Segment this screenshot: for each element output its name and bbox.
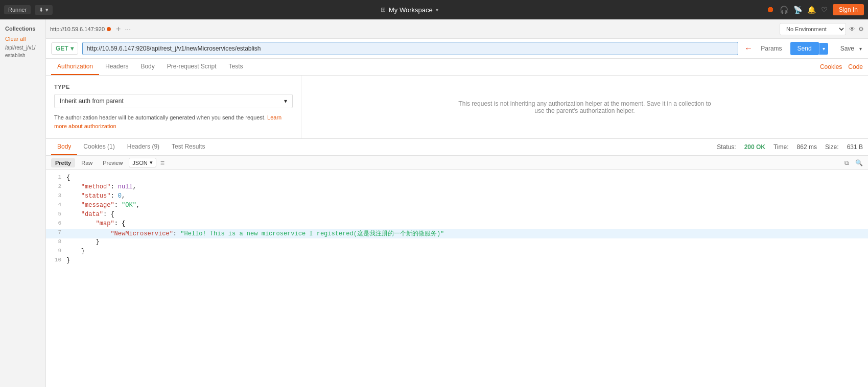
resp-tab-test-results[interactable]: Test Results xyxy=(166,139,211,155)
sidebar-path2: establish xyxy=(0,52,45,59)
format-preview-button[interactable]: Preview xyxy=(99,158,127,167)
tab-add-button[interactable]: + xyxy=(116,25,121,34)
line-number: 9 xyxy=(46,248,66,257)
code-link[interactable]: Code xyxy=(848,63,863,70)
line-number: 3 xyxy=(46,192,66,202)
method-label: GET xyxy=(56,45,68,52)
environment-select[interactable]: No Environment xyxy=(780,23,846,35)
status-value: 200 OK xyxy=(744,143,765,151)
tab-authorization[interactable]: Authorization xyxy=(51,59,99,75)
request-bar: GET ▾ ← Params Send ▾ Save ▾ xyxy=(46,39,868,59)
save-group: Save ▾ xyxy=(836,43,863,54)
auth-left: TYPE Inherit auth from parent ▾ The auth… xyxy=(46,76,301,138)
tab-pre-request[interactable]: Pre-request Script xyxy=(161,59,223,75)
format-raw-button[interactable]: Raw xyxy=(77,158,97,167)
json-format-select[interactable]: JSON ▾ xyxy=(129,158,156,167)
auth-type-select[interactable]: Inherit auth from parent ▾ xyxy=(54,94,293,108)
collections-label: Collections xyxy=(0,23,45,34)
copy-icon[interactable]: ⧉ xyxy=(844,159,849,166)
code-view: 1{2 "method": null,3 "status": 0,4 "mess… xyxy=(46,170,868,387)
tab-more-button[interactable]: ··· xyxy=(125,25,131,33)
code-line-6: 6 "map": { xyxy=(46,220,868,229)
auth-description: The authorization header will be automat… xyxy=(54,113,293,130)
method-arrow: ▾ xyxy=(71,45,74,52)
line-content: "message": "OK", xyxy=(66,202,868,211)
size-value: 631 B xyxy=(847,143,863,151)
env-gear-icon[interactable]: ⚙ xyxy=(858,26,864,33)
line-number: 4 xyxy=(46,202,66,211)
tab-bar: http://10.59.6.147:920 + ··· No Environm… xyxy=(46,19,868,39)
url-input-wrapper xyxy=(82,42,739,55)
line-content: "NewMicroservice": "Hello! This is a new… xyxy=(66,229,868,238)
cookies-code-links: Cookies Code xyxy=(820,63,863,70)
code-line-7: 7 "NewMicroservice": "Hello! This is a n… xyxy=(46,229,868,238)
tab-headers[interactable]: Headers xyxy=(99,59,134,75)
code-line-3: 3 "status": 0, xyxy=(46,192,868,202)
line-content: { xyxy=(66,174,868,183)
send-dropdown-button[interactable]: ▾ xyxy=(819,43,828,55)
line-content: "method": null, xyxy=(66,183,868,192)
wrap-icon[interactable]: ≡ xyxy=(160,159,165,167)
env-eye-icon[interactable]: 👁 xyxy=(849,26,855,33)
auth-right: This request is not inheriting any autho… xyxy=(301,76,868,138)
search-response-icon[interactable]: 🔍 xyxy=(855,159,863,166)
line-number: 6 xyxy=(46,220,66,229)
size-label: Size: xyxy=(825,143,839,151)
time-label: Time: xyxy=(773,143,789,151)
method-select[interactable]: GET ▾ xyxy=(51,42,78,55)
tab-url[interactable]: http://10.59.6.147:920 xyxy=(50,26,105,32)
heart-icon[interactable]: ♡ xyxy=(821,6,828,14)
save-button[interactable]: Save xyxy=(836,43,858,54)
sign-in-button[interactable]: Sign In xyxy=(833,4,864,15)
code-line-10: 10} xyxy=(46,257,868,266)
json-arrow: ▾ xyxy=(150,159,153,166)
content-area: http://10.59.6.147:920 + ··· No Environm… xyxy=(46,19,868,387)
sidebar: Collections Clear all /api/rest_j/v1/ es… xyxy=(0,19,46,387)
time-value: 862 ms xyxy=(797,143,817,151)
resp-tab-body[interactable]: Body xyxy=(51,139,77,155)
tab-modified-dot xyxy=(107,27,111,31)
send-button[interactable]: Send xyxy=(790,42,819,55)
url-input[interactable] xyxy=(82,42,739,55)
resp-tab-headers[interactable]: Headers (9) xyxy=(121,139,166,155)
format-bar: Pretty Raw Preview JSON ▾ ≡ ⧉ 🔍 xyxy=(46,156,868,170)
import-arrow: ▾ xyxy=(45,7,49,13)
satellite-icon[interactable]: 📡 xyxy=(793,6,802,14)
top-nav-center: ⊞ My Workspace ▾ xyxy=(381,6,438,14)
runner-button[interactable]: Runner xyxy=(4,5,31,14)
format-pretty-button[interactable]: Pretty xyxy=(51,158,75,167)
code-line-1: 1{ xyxy=(46,174,868,183)
status-label: Status: xyxy=(717,143,736,151)
response-tabs-bar: Body Cookies (1) Headers (9) Test Result… xyxy=(46,139,868,156)
sidebar-path1: /api/rest_j/v1/ xyxy=(0,44,45,52)
workspace-dropdown-arrow[interactable]: ▾ xyxy=(436,7,438,13)
main-layout: Collections Clear all /api/rest_j/v1/ es… xyxy=(0,19,868,387)
grid-icon: ⊞ xyxy=(381,6,386,13)
code-line-4: 4 "message": "OK", xyxy=(46,202,868,211)
workspace-name: My Workspace xyxy=(389,6,433,14)
record-icon[interactable]: ⏺ xyxy=(766,5,775,14)
auth-right-message: This request is not inheriting any autho… xyxy=(457,100,713,114)
resp-tab-cookies[interactable]: Cookies (1) xyxy=(77,139,121,155)
clear-all-button[interactable]: Clear all xyxy=(0,34,45,44)
line-content: } xyxy=(66,257,868,266)
tab-tests[interactable]: Tests xyxy=(222,59,249,75)
params-button[interactable]: Params xyxy=(757,43,786,54)
line-number: 8 xyxy=(46,238,66,248)
import-button[interactable]: ⬇ ▾ xyxy=(35,5,53,15)
code-line-5: 5 "data": { xyxy=(46,211,868,220)
code-line-8: 8 } xyxy=(46,238,868,248)
top-nav-left: Runner ⬇ ▾ xyxy=(4,5,53,15)
bell-icon[interactable]: 🔔 xyxy=(807,6,816,14)
cookies-link[interactable]: Cookies xyxy=(820,63,842,70)
auth-type-value: Inherit auth from parent xyxy=(60,98,124,105)
redirect-arrow-icon: ← xyxy=(744,44,753,53)
auth-select-arrow: ▾ xyxy=(284,98,287,105)
line-number: 1 xyxy=(46,174,66,183)
code-line-9: 9 } xyxy=(46,248,868,257)
json-label: JSON xyxy=(132,160,147,166)
headset-icon[interactable]: 🎧 xyxy=(780,6,788,14)
tab-body[interactable]: Body xyxy=(134,59,160,75)
top-nav-right: ⏺ 🎧 📡 🔔 ♡ Sign In xyxy=(766,4,864,15)
save-dropdown-button[interactable]: ▾ xyxy=(858,44,863,54)
